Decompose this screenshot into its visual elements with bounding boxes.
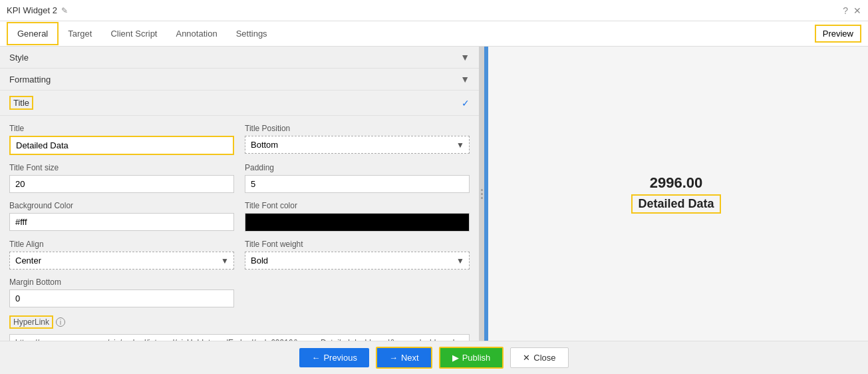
window-title: KPI Widget 2	[7, 5, 57, 15]
form-group-padding: Padding	[245, 163, 470, 193]
close-window-icon[interactable]: ✕	[853, 5, 861, 16]
title-toggle-icon: ✓	[462, 98, 470, 108]
next-button[interactable]: → Next	[376, 347, 432, 369]
form-row-fontsize-padding: Title Font size Padding	[9, 163, 470, 193]
title-position-label: Title Position	[245, 124, 470, 133]
tab-settings[interactable]: Settings	[227, 23, 277, 44]
formatting-section-header[interactable]: Formatting ▼	[0, 69, 479, 91]
padding-input[interactable]	[245, 175, 470, 193]
main-window: KPI Widget 2 ✎ ? ✕ General Target Client…	[0, 0, 868, 374]
panel-divider[interactable]	[479, 47, 484, 341]
style-toggle-icon: ▼	[460, 52, 470, 63]
divider-dot-3	[481, 197, 483, 199]
preview-button[interactable]: Preview	[815, 25, 861, 43]
form-row-title: Title Title Position Bottom Top Left Rig…	[9, 124, 470, 155]
main-area: Style ▼ Formatting ▼ Title ✓ Title	[0, 47, 868, 341]
style-section-header[interactable]: Style ▼	[0, 47, 479, 69]
title-field-label: Title	[9, 124, 234, 133]
edit-icon[interactable]: ✎	[61, 6, 68, 15]
title-position-select[interactable]: Bottom Top Left Right	[245, 136, 470, 154]
close-button[interactable]: ✕ Close	[510, 347, 568, 368]
hyperlink-input[interactable]	[9, 334, 470, 341]
preview-value: 2996.00	[631, 174, 720, 192]
form-group-bg-color: Background Color	[9, 201, 234, 232]
form-row-margin: Margin Bottom	[9, 278, 470, 307]
hyperlink-label-row: HyperLink i	[9, 315, 470, 329]
form-group-align: Title Align Center Left Right ▼	[9, 240, 234, 270]
align-select-wrapper: Center Left Right ▼	[9, 252, 234, 270]
tab-client-script[interactable]: Client Script	[101, 23, 166, 44]
tabs-bar: General Target Client Script Annotation …	[0, 21, 868, 47]
font-weight-select-wrapper: Bold Normal Light ▼	[245, 252, 470, 270]
preview-title: Detailed Data	[631, 194, 720, 214]
formatting-toggle-icon: ▼	[460, 74, 470, 85]
left-panel: Style ▼ Formatting ▼ Title ✓ Title	[0, 47, 479, 341]
font-size-input[interactable]	[9, 175, 234, 193]
style-label: Style	[9, 53, 29, 63]
title-input[interactable]	[9, 136, 234, 155]
previous-label: Previous	[323, 353, 357, 363]
hyperlink-info-icon: i	[56, 317, 65, 327]
align-select[interactable]: Center Left Right	[9, 252, 234, 270]
divider-dot-2	[481, 193, 483, 195]
margin-label: Margin Bottom	[9, 278, 234, 287]
tab-annotation[interactable]: Annotation	[166, 23, 226, 44]
font-weight-label: Title Font weight	[245, 240, 470, 249]
blue-bar	[484, 47, 488, 341]
title-bar-left: KPI Widget 2 ✎	[7, 5, 68, 15]
form-group-title: Title	[9, 124, 234, 155]
font-color-label: Title Font color	[245, 201, 470, 210]
title-section-header[interactable]: Title ✓	[0, 91, 479, 116]
padding-label: Padding	[245, 163, 470, 172]
align-label: Title Align	[9, 240, 234, 249]
publish-button[interactable]: ▶ Publish	[439, 347, 504, 369]
margin-input[interactable]	[9, 289, 234, 307]
hyperlink-label-box: HyperLink	[9, 315, 53, 329]
next-label: Next	[401, 353, 419, 363]
form-group-title-position: Title Position Bottom Top Left Right ▼	[245, 124, 470, 155]
font-color-preview[interactable]	[245, 213, 470, 232]
title-position-select-wrapper: Bottom Top Left Right ▼	[245, 136, 470, 154]
previous-button[interactable]: ← Previous	[299, 348, 369, 367]
form-group-margin: Margin Bottom	[9, 278, 234, 307]
font-size-label: Title Font size	[9, 163, 234, 172]
form-row-colors: Background Color Title Font color	[9, 201, 470, 232]
help-icon[interactable]: ?	[843, 5, 848, 16]
footer: ← Previous → Next ▶ Publish ✕ Close	[0, 341, 868, 374]
title-section-content: Title Title Position Bottom Top Left Rig…	[0, 116, 479, 341]
form-group-empty	[245, 278, 470, 307]
next-arrow-icon: →	[389, 353, 398, 363]
bg-color-input[interactable]	[9, 213, 234, 231]
close-label: Close	[533, 353, 555, 363]
form-row-align-weight: Title Align Center Left Right ▼ Title Fo…	[9, 240, 470, 270]
form-group-font-weight: Title Font weight Bold Normal Light ▼	[245, 240, 470, 270]
tab-general[interactable]: General	[7, 22, 59, 45]
close-x-icon: ✕	[523, 353, 530, 363]
title-bar: KPI Widget 2 ✎ ? ✕	[0, 0, 868, 21]
divider-dot-1	[481, 189, 483, 191]
font-weight-select[interactable]: Bold Normal Light	[245, 252, 470, 270]
form-group-font-size: Title Font size	[9, 163, 234, 193]
title-section-label: Title	[9, 96, 33, 110]
bg-color-label: Background Color	[9, 201, 234, 210]
title-bar-right: ? ✕	[843, 5, 861, 16]
publish-play-icon: ▶	[452, 353, 459, 363]
form-group-font-color: Title Font color	[245, 201, 470, 232]
prev-arrow-icon: ←	[311, 353, 320, 363]
publish-label: Publish	[462, 353, 491, 363]
right-panel: 2996.00 Detailed Data	[484, 47, 868, 341]
preview-content: 2996.00 Detailed Data	[631, 174, 720, 214]
tab-target[interactable]: Target	[59, 23, 101, 44]
form-group-hyperlink: HyperLink i	[9, 315, 470, 341]
divider-dots	[481, 189, 483, 199]
formatting-label: Formatting	[9, 75, 51, 85]
